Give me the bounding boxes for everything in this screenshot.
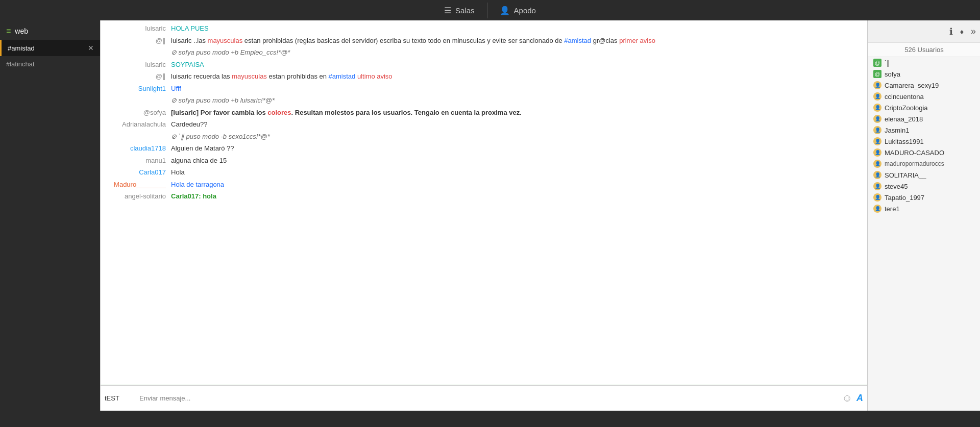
chat-row: Sunlight1Ufff [101, 83, 867, 95]
user-name: steve45 [885, 183, 908, 190]
user-name: Jasmin1 [885, 127, 909, 134]
user-item[interactable]: 👤tere1 [868, 203, 980, 214]
chat-input-bar: tEST ☺ A [101, 385, 867, 411]
salas-icon: ☰ [444, 6, 451, 15]
chat-text: Carla017: hola [171, 191, 863, 202]
chat-text: SOYPAISA [171, 60, 863, 70]
expand-icon[interactable]: » [971, 26, 976, 37]
user-name: Tapatio_1997 [885, 194, 924, 202]
chat-text: Alguien de Mataró ?? [171, 143, 863, 154]
user-avatar-reg: 👤 [873, 104, 881, 112]
chat-text: [luisaric] Por favor cambia los colores.… [171, 108, 863, 118]
top-nav: ☰ Salas 👤 Apodo [0, 0, 980, 20]
user-item[interactable]: 👤CriptoZoologia [868, 102, 980, 113]
web-icon: ≡ [6, 27, 11, 36]
user-item[interactable]: 👤elenaa_2018 [868, 113, 980, 124]
user-item[interactable]: @`‖ [868, 57, 980, 68]
sidebar-channel-latinchat[interactable]: #latinchat [0, 56, 100, 72]
right-panel: ℹ ⬧ » 526 Usuarios @`‖@sofya👤Camarera_se… [868, 20, 980, 411]
chat-nick: @‖ [105, 36, 171, 46]
user-item[interactable]: 👤Tapatio_1997 [868, 192, 980, 203]
user-avatar-reg: 👤 [873, 205, 881, 213]
chat-row: ⊘ `‖ puso modo -b sexo1ccs!*@* [101, 131, 867, 143]
user-name: SOLITARIA__ [885, 171, 926, 179]
chat-row: ⊘ sofya puso modo +b Empleo_ccs!*@* [101, 46, 867, 59]
chat-nick: claudia1718 [105, 143, 171, 154]
user-name: `‖ [885, 59, 890, 67]
info-icon[interactable]: ℹ [949, 26, 953, 37]
user-name: Camarera_sexy19 [885, 82, 939, 89]
user-item[interactable]: 👤ccincuentona [868, 91, 980, 102]
user-item[interactable]: 👤SOLITARIA__ [868, 169, 980, 181]
main-layout: ≡ web #amistad ✕ #latinchat luisaricHOLA… [0, 20, 980, 411]
user-avatar-reg: 👤 [873, 92, 881, 101]
salas-button[interactable]: ☰ Salas [432, 3, 487, 18]
font-icon[interactable]: A [856, 393, 863, 404]
chat-input-icons: ☺ A [842, 392, 863, 404]
chat-row: Carla017Hola [101, 166, 867, 179]
chat-row: luisaricSOYPAISA [101, 59, 867, 71]
chat-text: Ufff [171, 84, 863, 94]
user-avatar-reg: 👤 [873, 193, 881, 202]
user-item[interactable]: 👤Lukitass1991 [868, 136, 980, 147]
chat-row: @‖luisaric recuerda las mayusculas estan… [101, 70, 867, 83]
chat-nick: @sofya [105, 108, 171, 118]
chat-row: claudia1718Alguien de Mataró ?? [101, 142, 867, 155]
input-nick: tEST [105, 394, 135, 402]
chat-row: manu1alguna chica de 15 [101, 155, 867, 167]
chat-nick: luisaric [105, 60, 171, 70]
right-panel-tools: ℹ ⬧ » [868, 20, 980, 43]
close-channel-icon[interactable]: ✕ [88, 44, 94, 52]
chat-nick: Maduro________ [105, 180, 171, 190]
chat-nick: @‖ [105, 71, 171, 82]
user-item[interactable]: 👤steve45 [868, 181, 980, 192]
chat-text: Cardedeu?? [171, 119, 863, 130]
user-item[interactable]: @sofya [868, 68, 980, 80]
user-avatar-reg: 👤 [873, 137, 881, 145]
user-name: maduropormaduroccs [885, 160, 944, 167]
message-input[interactable] [139, 394, 838, 402]
chat-container: luisaricHOLA PUES@‖luisaric ..las mayusc… [100, 20, 868, 411]
emoji-icon[interactable]: ☺ [842, 392, 852, 404]
sidebar-channel-amistad[interactable]: #amistad ✕ [0, 40, 100, 56]
chat-nick: luisaric [105, 23, 171, 34]
user-item[interactable]: 👤Camarera_sexy19 [868, 80, 980, 91]
chat-nick: Adrianalachula [105, 119, 171, 130]
user-item[interactable]: 👤MADURO-CASADO [868, 147, 980, 158]
user-name: Lukitass1991 [885, 138, 924, 145]
chat-nick: angel-solitario [105, 191, 171, 202]
chat-row: @‖luisaric ..las mayusculas estan prohib… [101, 35, 867, 47]
users-count: 526 Usuarios [868, 43, 980, 57]
user-item[interactable]: 👤Jasmin1 [868, 124, 980, 136]
exit-icon[interactable]: ⬧ [959, 26, 965, 37]
chat-text: Hola de tarragona [171, 180, 863, 190]
user-avatar-reg: 👤 [873, 182, 881, 190]
user-avatar-reg: 👤 [873, 171, 881, 179]
sidebar-web-item[interactable]: ≡ web [0, 22, 100, 40]
chat-text: ⊘ sofya puso modo +b Empleo_ccs!*@* [171, 47, 863, 58]
users-list: @`‖@sofya👤Camarera_sexy19👤ccincuentona👤C… [868, 57, 980, 411]
user-name: tere1 [885, 205, 900, 213]
chat-text: luisaric ..las mayusculas estan prohibid… [171, 36, 863, 46]
chat-text: ⊘ sofya puso modo +b luisaric!*@* [171, 95, 863, 106]
user-name: sofya [885, 70, 900, 78]
chat-nick [105, 95, 171, 106]
user-avatar-reg: 👤 [873, 81, 881, 89]
chat-row: angel-solitarioCarla017: hola [101, 190, 867, 203]
chat-row: luisaricHOLA PUES [101, 22, 867, 35]
chat-nick [105, 132, 171, 142]
chat-nick [105, 47, 171, 58]
user-name: elenaa_2018 [885, 115, 923, 123]
user-avatar-op: @ [873, 59, 881, 67]
sidebar: ≡ web #amistad ✕ #latinchat [0, 20, 100, 411]
user-avatar-reg: 👤 [873, 115, 881, 123]
user-avatar-op: @ [873, 70, 881, 78]
user-item[interactable]: 👤maduropormaduroccs [868, 158, 980, 169]
chat-row: ⊘ sofya puso modo +b luisaric!*@* [101, 94, 867, 107]
user-name: MADURO-CASADO [885, 149, 944, 157]
chat-nick: Carla017 [105, 167, 171, 178]
apodo-button[interactable]: 👤 Apodo [487, 3, 548, 18]
chat-messages: luisaricHOLA PUES@‖luisaric ..las mayusc… [101, 20, 867, 385]
user-avatar-reg: 👤 [873, 126, 881, 134]
chat-nick: manu1 [105, 156, 171, 166]
